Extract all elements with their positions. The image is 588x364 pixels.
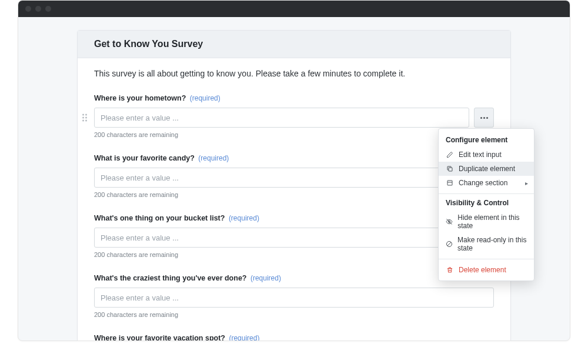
chevron-right-icon: ▸: [525, 180, 528, 186]
field-block-craziest: What's the craziest thing you've ever do…: [94, 272, 494, 318]
menu-item-delete[interactable]: Delete element: [439, 263, 534, 277]
required-indicator: (required): [229, 334, 259, 340]
field-label: Where is your favorite vacation spot?: [94, 334, 225, 340]
window-minimize-dot[interactable]: [35, 6, 41, 12]
more-options-button[interactable]: [474, 108, 494, 128]
menu-item-hide[interactable]: Hide element in this state: [439, 211, 534, 233]
field-block-vacation: Where is your favorite vacation spot? (r…: [94, 332, 494, 340]
field-label-row: Where is your hometown? (required): [94, 92, 494, 103]
required-indicator: (required): [198, 154, 229, 162]
menu-item-label: Change section: [459, 179, 507, 187]
char-remaining: 200 characters are remaining: [94, 191, 494, 198]
required-indicator: (required): [250, 274, 281, 282]
context-menu: Configure element Edit text input Duplic…: [438, 128, 534, 281]
field-label: What's the craziest thing you've ever do…: [94, 274, 246, 282]
char-remaining: 200 characters are remaining: [94, 131, 494, 138]
menu-item-label: Hide element in this state: [457, 213, 527, 230]
field-label: Where is your hometown?: [94, 94, 186, 102]
menu-item-change-section[interactable]: Change section ▸: [439, 176, 534, 190]
drag-handle-icon[interactable]: [82, 114, 87, 122]
menu-item-label: Make read-only in this state: [457, 236, 527, 252]
field-label-row: What's the craziest thing you've ever do…: [94, 272, 494, 283]
input-row: [94, 108, 494, 128]
menu-divider: [439, 259, 534, 259]
duplicate-icon: [446, 165, 454, 172]
survey-description: This survey is all about getting to know…: [94, 69, 494, 78]
svg-line-6: [447, 242, 451, 246]
menu-divider: [439, 193, 534, 194]
field-block-candy: What is your favorite candy? (required) …: [94, 152, 494, 198]
hometown-input[interactable]: [94, 108, 469, 128]
bucketlist-input[interactable]: [94, 228, 494, 248]
menu-item-label: Edit text input: [459, 151, 502, 159]
field-block-hometown: Where is your hometown? (required): [94, 92, 494, 138]
menu-heading-visibility: Visibility & Control: [439, 198, 534, 211]
required-indicator: (required): [229, 214, 259, 222]
field-label-row: What is your favorite candy? (required): [94, 152, 494, 163]
svg-rect-1: [447, 181, 452, 185]
menu-item-label: Duplicate element: [459, 165, 515, 173]
char-remaining: 200 characters are remaining: [94, 251, 494, 258]
menu-item-edit[interactable]: Edit text input: [439, 148, 534, 162]
craziest-input[interactable]: [94, 288, 494, 308]
pencil-icon: [446, 151, 454, 158]
window-close-dot[interactable]: [25, 6, 31, 12]
menu-item-label: Delete element: [459, 266, 506, 274]
window-zoom-dot[interactable]: [45, 6, 51, 12]
readonly-icon: [446, 241, 453, 248]
menu-heading-configure: Configure element: [439, 135, 534, 148]
field-block-bucketlist: What's one thing on your bucket list? (r…: [94, 212, 494, 258]
trash-icon: [446, 266, 454, 273]
field-label: What is your favorite candy?: [94, 154, 195, 162]
card-header: Get to Know You Survey: [78, 31, 510, 58]
char-remaining: 200 characters are remaining: [94, 311, 494, 318]
svg-rect-0: [449, 168, 452, 171]
input-row: [94, 168, 494, 188]
input-row: [94, 288, 494, 308]
menu-item-duplicate[interactable]: Duplicate element: [439, 162, 534, 176]
titlebar: [18, 1, 570, 17]
menu-item-readonly[interactable]: Make read-only in this state: [439, 233, 534, 255]
field-label-row: Where is your favorite vacation spot? (r…: [94, 332, 494, 340]
candy-input[interactable]: [94, 168, 494, 188]
eye-off-icon: [446, 218, 453, 225]
card-title: Get to Know You Survey: [94, 39, 494, 49]
section-icon: [446, 179, 454, 186]
required-indicator: (required): [190, 94, 220, 102]
field-label-row: What's one thing on your bucket list? (r…: [94, 212, 494, 223]
input-row: [94, 228, 494, 248]
field-label: What's one thing on your bucket list?: [94, 214, 225, 222]
